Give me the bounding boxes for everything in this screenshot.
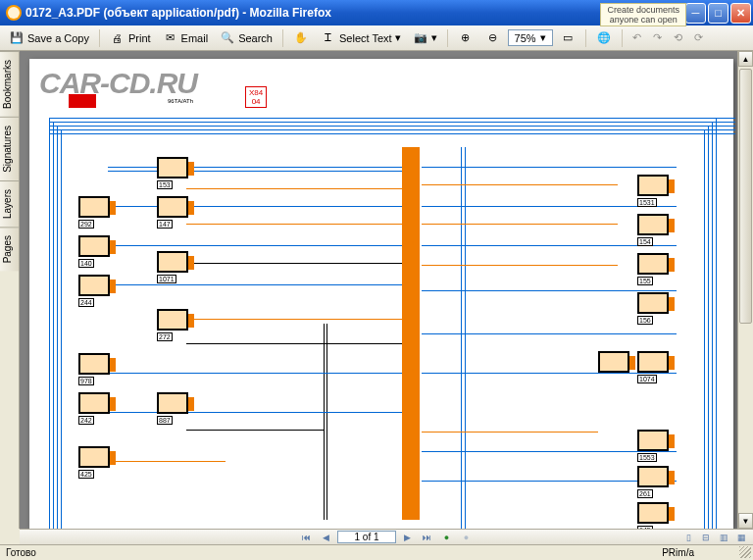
component-box: [157, 196, 188, 218]
central-bus: [402, 147, 420, 520]
component-box: [157, 392, 188, 414]
rotate-button[interactable]: 🌐: [591, 27, 617, 49]
rotate-icon: 🌐: [596, 30, 612, 46]
component-label: 261: [637, 489, 653, 498]
adobe-upsell[interactable]: Create documents anyone can open: [600, 3, 686, 26]
bus-mark-1: 14: [404, 235, 418, 249]
page-indicator[interactable]: 1 of 1: [337, 531, 395, 543]
component-box: [78, 446, 110, 468]
hand-tool-button[interactable]: ✋: [288, 27, 314, 49]
component-label: 1074: [637, 375, 657, 383]
zoom-in-button[interactable]: ⊕: [453, 27, 478, 49]
search-button[interactable]: 🔍 Search: [215, 27, 277, 49]
component-box: [157, 309, 188, 331]
minimize-button[interactable]: ─: [685, 3, 706, 24]
component-box: [157, 157, 188, 178]
component-box: [598, 351, 629, 373]
component-box: [637, 175, 669, 196]
vertical-scrollbar[interactable]: ▲ ▼: [737, 51, 753, 529]
diagram-id-box: X84 04: [245, 86, 267, 108]
binoculars-icon: 🔍: [220, 30, 235, 46]
save-copy-button[interactable]: 💾 Save a Copy: [4, 27, 94, 49]
next-page-button[interactable]: ▶: [400, 531, 416, 544]
tab-bookmarks[interactable]: Bookmarks: [0, 51, 19, 117]
component-box: [78, 353, 110, 375]
component-box: [78, 235, 110, 257]
maximize-button[interactable]: □: [708, 3, 728, 24]
watermark-text: CAR-CD.RU: [39, 67, 197, 100]
tab-signatures[interactable]: Signatures: [0, 117, 19, 180]
snapshot-button[interactable]: 📷▾: [408, 27, 442, 49]
window-title: 0172_A3.PDF (объект application/pdf) - M…: [25, 6, 685, 20]
component-box: [637, 292, 669, 314]
component-label: 242: [78, 416, 94, 425]
text-cursor-icon: Ꮖ: [321, 30, 336, 46]
component-label: 1071: [157, 275, 176, 283]
component-label: 153: [157, 180, 173, 189]
zoom-level-select[interactable]: 75% ▾: [508, 29, 553, 46]
next-view-button[interactable]: ↷: [648, 28, 667, 47]
component-label: 978: [78, 377, 94, 385]
close-button[interactable]: ✕: [730, 3, 751, 24]
floppy-icon: 💾: [9, 30, 25, 46]
side-panel-tabs: Bookmarks Signatures Layers Pages: [0, 51, 20, 529]
status-bar: Готово PRim/a: [0, 544, 753, 560]
component-label: 887: [157, 416, 173, 425]
nav-forward-button[interactable]: ●: [459, 531, 475, 544]
continuous-facing-button[interactable]: ▦: [733, 531, 749, 544]
chevron-down-icon: ▾: [540, 31, 546, 44]
component-label: 140: [78, 259, 94, 268]
chevron-down-icon: ▾: [431, 31, 437, 44]
redo-rotate-button[interactable]: ⟳: [689, 28, 708, 47]
component-box: [637, 253, 669, 275]
status-right-text: PRim/a: [662, 547, 694, 558]
component-box: [78, 392, 110, 414]
fit-page-icon: ▭: [560, 30, 576, 46]
scroll-up-button[interactable]: ▲: [738, 51, 753, 67]
single-page-view-button[interactable]: ▯: [680, 531, 696, 544]
component-box: [157, 251, 188, 273]
select-text-button[interactable]: Ꮖ Select Text ▾: [316, 27, 406, 49]
component-label: 1553: [637, 453, 657, 462]
hand-icon: ✋: [293, 30, 309, 46]
pdf-page: CAR-CD.RU 96TA/ATh X84 04: [29, 59, 733, 529]
scroll-thumb[interactable]: [739, 69, 752, 324]
printer-icon: 🖨: [110, 30, 126, 46]
component-box: [78, 196, 110, 218]
prev-view-button[interactable]: ↶: [628, 28, 646, 47]
document-viewport[interactable]: CAR-CD.RU 96TA/ATh X84 04: [20, 51, 753, 529]
component-label: 244: [78, 298, 94, 307]
camera-icon: 📷: [413, 30, 428, 46]
workspace: Bookmarks Signatures Layers Pages CAR-CD…: [0, 51, 753, 529]
component-box: [637, 214, 669, 235]
tab-pages[interactable]: Pages: [0, 227, 19, 271]
tab-layers[interactable]: Layers: [0, 180, 19, 227]
resize-grip[interactable]: [739, 546, 751, 558]
first-page-button[interactable]: ⏮: [298, 531, 314, 544]
page-navigation-bar: ⏮ ◀ 1 of 1 ▶ ⏭ ● ● ▯ ⊟ ▥ ▦: [20, 529, 753, 544]
prev-page-button[interactable]: ◀: [318, 531, 333, 544]
component-label: 155: [637, 277, 653, 285]
component-box: [637, 502, 669, 524]
component-label: 147: [157, 220, 173, 229]
component-box: [637, 466, 669, 487]
zoom-out-button[interactable]: ⊖: [480, 27, 506, 49]
print-button[interactable]: 🖨 Print: [105, 27, 156, 49]
bus-mark-2: 14: [404, 363, 418, 377]
component-label: 425: [78, 470, 94, 479]
email-button[interactable]: ✉ Email: [158, 27, 214, 49]
pdf-toolbar: 💾 Save a Copy 🖨 Print ✉ Email 🔍 Search ✋…: [0, 25, 753, 51]
continuous-view-button[interactable]: ⊟: [698, 531, 714, 544]
last-page-button[interactable]: ⏭: [420, 531, 435, 544]
scroll-down-button[interactable]: ▼: [738, 513, 753, 529]
facing-view-button[interactable]: ▥: [716, 531, 731, 544]
chevron-down-icon: ▾: [395, 31, 401, 44]
fit-page-button[interactable]: ▭: [555, 27, 580, 49]
component-label: 154: [637, 237, 653, 246]
undo-rotate-button[interactable]: ⟲: [669, 28, 687, 47]
firefox-icon: [6, 5, 22, 21]
component-box: [78, 275, 110, 296]
wiring-diagram: 96TA/ATh X84 04: [29, 59, 733, 529]
nav-back-button[interactable]: ●: [439, 531, 455, 544]
component-box: [637, 351, 669, 373]
